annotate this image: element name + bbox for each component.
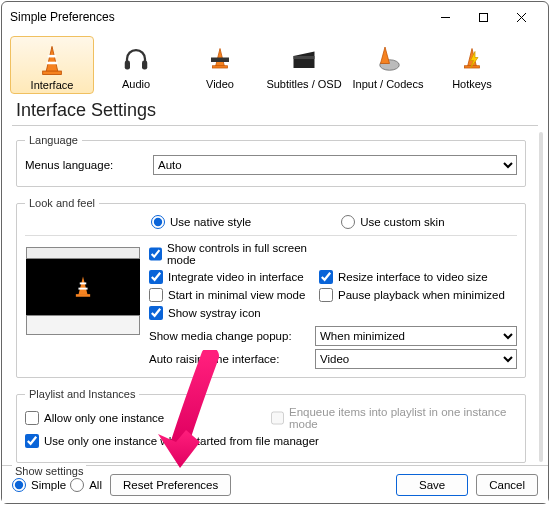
tab-video[interactable]: Video	[178, 36, 262, 94]
tab-audio[interactable]: Audio	[94, 36, 178, 94]
svg-rect-5	[48, 55, 57, 58]
svg-marker-21	[78, 277, 87, 295]
menus-language-label: Menus language:	[25, 159, 147, 171]
cone-bolt-icon	[457, 40, 487, 78]
simple-radio[interactable]: Simple	[12, 478, 66, 492]
svg-rect-24	[76, 294, 90, 297]
svg-rect-12	[211, 58, 229, 63]
group-language: Language Menus language: Auto	[16, 134, 526, 187]
svg-marker-17	[381, 47, 390, 64]
group-look-and-feel: Look and feel Use native style Use custo…	[16, 197, 526, 378]
group-playlist: Playlist and Instances Allow only one in…	[16, 388, 526, 463]
media-change-select[interactable]: When minimized	[315, 326, 517, 346]
preferences-window: Simple Preferences Interface Audio Video	[1, 1, 549, 504]
titlebar: Simple Preferences	[2, 2, 548, 32]
start-minimal-check[interactable]: Start in minimal view mode	[149, 288, 319, 302]
tab-label: Interface	[31, 79, 74, 91]
tab-label: Hotkeys	[452, 78, 492, 90]
show-settings-group: Show settings Simple All	[12, 478, 102, 492]
cone-disc-icon	[373, 40, 403, 78]
auto-raise-label: Auto raising the interface:	[149, 353, 309, 365]
auto-raise-select[interactable]: Video	[315, 349, 517, 369]
menus-language-select[interactable]: Auto	[153, 155, 517, 175]
minimize-button[interactable]	[426, 3, 464, 31]
pause-when-minimized-check[interactable]: Pause playback when minimized	[319, 288, 517, 302]
media-change-label: Show media change popup:	[149, 330, 309, 342]
svg-rect-11	[213, 66, 228, 68]
allow-one-instance-check[interactable]: Allow only one instance	[25, 406, 271, 430]
enqueue-one-instance-check[interactable]: Enqueue items into playlist in one insta…	[271, 406, 517, 430]
svg-rect-22	[80, 282, 87, 284]
cancel-button[interactable]: Cancel	[476, 474, 538, 496]
settings-panel: Language Menus language: Auto Look and f…	[2, 126, 548, 465]
window-title: Simple Preferences	[10, 10, 426, 24]
resize-to-video-check[interactable]: Resize interface to video size	[319, 270, 517, 284]
clapper-icon	[289, 40, 319, 78]
tab-label: Audio	[122, 78, 150, 90]
tab-subtitles[interactable]: Subtitles / OSD	[262, 36, 346, 94]
tab-label: Video	[206, 78, 234, 90]
preview-thumbnail	[25, 246, 141, 338]
maximize-button[interactable]	[464, 3, 502, 31]
save-button[interactable]: Save	[396, 474, 468, 496]
cone-film-icon	[205, 40, 235, 78]
tab-interface[interactable]: Interface	[10, 36, 94, 94]
tab-label: Subtitles / OSD	[266, 78, 341, 90]
close-button[interactable]	[502, 3, 540, 31]
svg-rect-8	[125, 61, 130, 70]
headphones-icon	[121, 40, 151, 78]
cone-icon	[35, 41, 69, 79]
svg-rect-7	[43, 71, 62, 74]
tab-hotkeys[interactable]: Hotkeys	[430, 36, 514, 94]
reset-preferences-button[interactable]: Reset Preferences	[110, 474, 231, 496]
scrollbar[interactable]	[539, 132, 543, 462]
show-controls-fullscreen-check[interactable]: Show controls in full screen mode	[149, 242, 319, 266]
svg-rect-9	[142, 61, 147, 70]
svg-marker-14	[294, 52, 315, 57]
group-legend: Playlist and Instances	[25, 388, 139, 400]
systray-icon-check[interactable]: Show systray icon	[149, 306, 319, 320]
svg-rect-23	[78, 288, 87, 290]
custom-skin-radio[interactable]: Use custom skin	[341, 215, 444, 229]
native-style-radio[interactable]: Use native style	[151, 215, 251, 229]
svg-rect-15	[294, 56, 315, 59]
show-settings-label: Show settings	[12, 465, 86, 477]
page-heading: Interface Settings	[2, 94, 548, 125]
all-radio[interactable]: All	[70, 478, 102, 492]
svg-rect-1	[479, 13, 487, 21]
integrate-video-check[interactable]: Integrate video in interface	[149, 270, 319, 284]
tab-label: Input / Codecs	[353, 78, 424, 90]
group-legend: Language	[25, 134, 82, 146]
footer-bar: Show settings Simple All Reset Preferenc…	[2, 465, 548, 503]
group-legend: Look and feel	[25, 197, 99, 209]
svg-marker-4	[46, 46, 58, 72]
svg-rect-6	[46, 62, 57, 65]
one-instance-file-manager-check[interactable]: Use only one instance when started from …	[25, 434, 517, 448]
category-tabs: Interface Audio Video Subtitles / OSD In…	[2, 32, 548, 94]
tab-codecs[interactable]: Input / Codecs	[346, 36, 430, 94]
